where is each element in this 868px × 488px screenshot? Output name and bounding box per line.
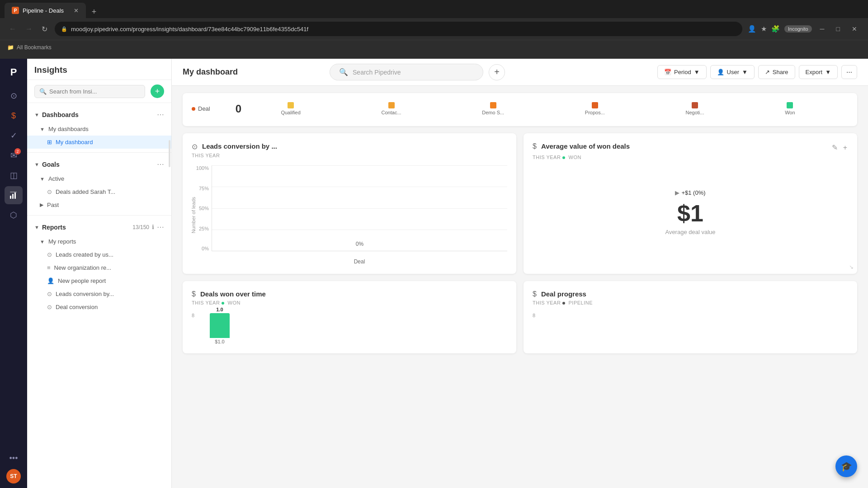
global-search-input[interactable]: [353, 69, 443, 76]
deal-progress-chart: 8: [533, 313, 848, 349]
reports-info-icon[interactable]: ℹ: [152, 224, 154, 230]
browser-tab[interactable]: P Pipeline - Deals ✕: [5, 3, 86, 18]
period-chevron: ▼: [694, 69, 700, 75]
new-tab-btn[interactable]: +: [88, 5, 100, 18]
sidebar-content: ▼ Dashboards ⋯ ▼ My dashboards ⊞ My dash…: [27, 103, 171, 488]
deals-won-icon: $: [192, 290, 196, 298]
bar-value-label: 1.0: [216, 307, 223, 312]
dashboard-grid-icon: ⊞: [47, 139, 52, 145]
user-btn[interactable]: 👤 User ▼: [710, 65, 755, 79]
deal-progress-subtitle: THIS YEAR PIPELINE: [533, 300, 848, 305]
user-icon: 👤: [717, 69, 724, 75]
leads-widget-title: Leads conversion by ...: [202, 142, 507, 150]
sidebar-report-item-4[interactable]: ⊙ Deal conversion: [27, 300, 171, 314]
past-goals-label: Past: [47, 202, 59, 208]
icon-nav: P ⊙ $ ✓ ✉ 2 ◫ ⬡ ••• ST: [0, 59, 27, 488]
my-reports-label: My reports: [48, 238, 76, 245]
sidebar-report-item-3[interactable]: ⊙ Leads conversion by...: [27, 287, 171, 300]
tab-favicon: P: [12, 7, 19, 14]
deals-won-widget: $ Deals won over time THIS YEAR WON 8 1.: [183, 281, 516, 353]
won-y-label: 8: [192, 313, 194, 318]
nav-deals[interactable]: $: [5, 107, 23, 125]
sidebar-search-input[interactable]: [49, 88, 140, 95]
sidebar-item-past-goals[interactable]: ▶ Past: [27, 198, 171, 211]
sidebar-report-item-1[interactable]: ≡ New organization re...: [27, 261, 171, 274]
chat-button[interactable]: 🎓: [835, 455, 857, 477]
svg-rect-1: [12, 194, 14, 199]
goals-section: ▼ Goals ⋯ ▼ Active ⊙ Deals added Sarah T…: [27, 156, 171, 211]
avg-edit-btn[interactable]: ✎: [831, 142, 839, 153]
goals-chevron: ▼: [34, 162, 39, 167]
stage-dot-qualified: [288, 102, 294, 108]
resize-handle[interactable]: ↘: [849, 264, 854, 270]
deal-dot: [192, 107, 195, 111]
sidebar-item-my-dashboard[interactable]: ⊞ My dashboard: [27, 136, 171, 149]
global-search[interactable]: 🔍: [330, 64, 483, 80]
incognito-badge: Incognito: [784, 25, 812, 33]
svg-rect-2: [14, 192, 16, 199]
tab-close-btn[interactable]: ✕: [74, 7, 79, 14]
share-btn[interactable]: ↗ Share: [758, 65, 795, 79]
close-btn[interactable]: ✕: [848, 24, 861, 33]
sidebar-item-my-dashboards[interactable]: ▼ My dashboards: [27, 122, 171, 136]
bar-amount-label: $1.0: [215, 339, 224, 344]
won-dot: [562, 156, 565, 159]
dashboards-more-icon[interactable]: ⋯: [157, 110, 164, 119]
nav-calendar[interactable]: ◫: [5, 166, 23, 184]
user-avatar[interactable]: ST: [6, 469, 21, 483]
leads-chart: 100% 75% 50% 25% 0% Number of leads: [192, 165, 507, 265]
minimize-btn[interactable]: ─: [816, 24, 828, 33]
stage-dot-demo: [490, 102, 496, 108]
value-label: Average deal value: [665, 229, 715, 235]
global-add-btn[interactable]: +: [489, 64, 505, 80]
nav-mail[interactable]: ✉ 2: [5, 146, 23, 164]
stage-label-demo: Demo S...: [482, 110, 504, 115]
period-btn[interactable]: 📅 Period ▼: [657, 65, 706, 79]
nav-products[interactable]: ⬡: [5, 206, 23, 224]
top-bar: My dashboard 🔍 + 📅 Period ▼ 👤 User ▼: [172, 59, 868, 86]
stage-dot-negotiation: [692, 102, 698, 108]
nav-home[interactable]: ⊙: [5, 87, 23, 105]
leads-conversion-widget: ⊙ Leads conversion by ... THIS YEAR 100%…: [183, 133, 516, 274]
goals-header[interactable]: ▼ Goals ⋯: [27, 156, 171, 172]
logo-icon[interactable]: P: [5, 63, 23, 81]
stage-label-proposal: Propos...: [585, 110, 605, 115]
top-bar-actions: 📅 Period ▼ 👤 User ▼ ↗ Share Export ▼: [657, 65, 857, 79]
bookmark-icon[interactable]: ★: [761, 25, 767, 33]
export-btn[interactable]: Export ▼: [799, 65, 838, 79]
dashboards-header[interactable]: ▼ Dashboards ⋯: [27, 107, 171, 122]
nav-insights[interactable]: [5, 186, 23, 204]
avg-add-btn[interactable]: +: [842, 142, 848, 153]
forward-btn[interactable]: →: [24, 23, 34, 35]
stage-label-negotiation: Negoti...: [686, 110, 704, 115]
sidebar-add-btn[interactable]: +: [151, 84, 164, 98]
report-label-0: Leads created by us...: [56, 251, 113, 258]
nav-more[interactable]: •••: [5, 449, 23, 467]
sidebar-report-item-0[interactable]: ⊙ Leads created by us...: [27, 248, 171, 261]
leads-widget-subtitle: THIS YEAR: [192, 153, 507, 158]
sidebar-item-my-reports[interactable]: ▼ My reports: [27, 235, 171, 248]
refresh-btn[interactable]: ↻: [40, 23, 49, 35]
profile-icon[interactable]: 👤: [748, 25, 756, 33]
reports-count: 13/150: [132, 224, 149, 230]
progress-y-label: 8: [533, 313, 535, 318]
reports-more-icon[interactable]: ⋯: [157, 223, 164, 231]
nav-activities[interactable]: ✓: [5, 127, 23, 145]
extensions-icon[interactable]: 🧩: [771, 25, 780, 33]
stage-dot-won: [787, 102, 793, 108]
address-bar[interactable]: 🔒 moodjoy.pipedrive.com/progress/insight…: [55, 22, 742, 36]
change-text: +$1 (0%): [681, 189, 705, 196]
svg-rect-3: [10, 192, 17, 192]
reports-header[interactable]: ▼ Reports 13/150 ℹ ⋯: [27, 219, 171, 235]
deals-won-subtitle: THIS YEAR WON: [192, 300, 507, 305]
active-goals-label: Active: [48, 175, 64, 182]
more-options-btn[interactable]: ⋯: [841, 65, 857, 79]
reports-chevron: ▼: [34, 225, 39, 230]
main-content: My dashboard 🔍 + 📅 Period ▼ 👤 User ▼: [172, 59, 868, 488]
maximize-btn[interactable]: □: [833, 24, 844, 33]
sidebar-report-item-2[interactable]: 👤 New people report: [27, 274, 171, 287]
goals-more-icon[interactable]: ⋯: [157, 160, 164, 169]
sidebar-item-active-goals[interactable]: ▼ Active: [27, 172, 171, 185]
sidebar-item-deals-added[interactable]: ⊙ Deals added Sarah T...: [27, 185, 171, 198]
back-btn[interactable]: ←: [7, 23, 18, 35]
